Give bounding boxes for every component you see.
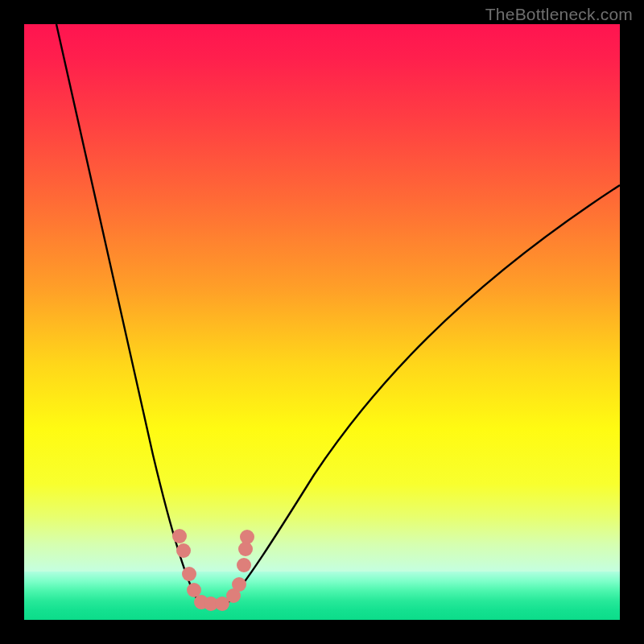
marker-dot <box>237 558 251 572</box>
chart-frame: TheBottleneck.com <box>0 0 644 644</box>
marker-dot <box>240 530 254 544</box>
marker-dot <box>187 583 201 597</box>
marker-dot <box>182 567 196 581</box>
marker-dot <box>176 543 191 558</box>
plot-area <box>24 24 620 620</box>
marker-dot <box>232 577 246 592</box>
marker-dot <box>172 529 187 543</box>
watermark-text: TheBottleneck.com <box>485 5 633 24</box>
markers-layer <box>24 24 620 620</box>
